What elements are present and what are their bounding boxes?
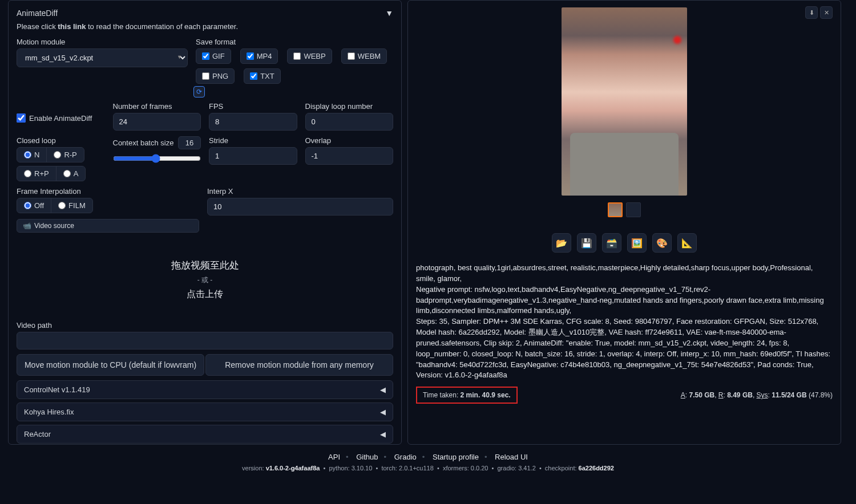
save-webm[interactable]: WEBM (341, 48, 387, 64)
frames-label: Number of frames (113, 102, 201, 111)
overlap-input[interactable] (305, 147, 394, 165)
batch-value: 16 (178, 136, 201, 149)
version-info: version: v1.6.0-2-g4afaaf8a • python: 3.… (0, 465, 856, 472)
time-taken: Time taken: 2 min. 40.9 sec. (416, 387, 518, 404)
loop-label: Display loop number (305, 102, 394, 111)
closed-rp[interactable]: R-P (47, 148, 83, 162)
negative-prompt-text: Negative prompt: nsfw,logo,text,badhandv… (416, 284, 833, 317)
palette-icon[interactable]: 🎨 (652, 233, 672, 253)
save-webp[interactable]: WEBP (287, 48, 332, 64)
closed-loop-group: N R-P (17, 147, 84, 162)
drop-text-or: - 或 - (17, 275, 393, 285)
video-source-button[interactable]: 📹 Video source (17, 219, 199, 233)
download-icon[interactable]: ⬇ (805, 6, 818, 19)
folder-icon[interactable]: 📂 (552, 233, 571, 253)
motion-module-select[interactable]: mm_sd_v15_v2.ckpt (17, 48, 188, 67)
generation-meta: Steps: 35, Sampler: DPM++ 3M SDE Karras,… (416, 316, 833, 381)
panel-title: AnimateDiff (17, 9, 58, 18)
reload-link[interactable]: Reload UI (495, 453, 528, 461)
zip-icon[interactable]: 🗃️ (602, 233, 621, 253)
output-image[interactable] (562, 7, 687, 196)
fps-label: FPS (209, 102, 297, 111)
closed-loop-group-2: R+P A (17, 166, 86, 181)
prompt-text: photograph, best quality,1girl,absurdres… (416, 263, 833, 284)
interp-off[interactable]: Off (17, 198, 51, 213)
close-icon[interactable]: ✕ (820, 6, 833, 19)
github-link[interactable]: Github (356, 453, 378, 461)
startup-link[interactable]: Startup profile (433, 453, 479, 461)
loop-input[interactable] (305, 113, 394, 131)
closed-loop-label: Closed loop (17, 136, 105, 145)
api-link[interactable]: API (328, 453, 340, 461)
move-to-cpu-button[interactable]: Move motion module to CPU (default if lo… (17, 354, 204, 376)
video-path-label: Video path (17, 321, 393, 330)
refresh-icon[interactable]: ⟳ (193, 86, 205, 97)
motion-module-label: Motion module (17, 38, 188, 46)
gradio-link[interactable]: Gradio (394, 453, 417, 461)
stride-label: Stride (209, 136, 297, 145)
interpx-input[interactable] (207, 198, 393, 216)
closed-n[interactable]: N (17, 148, 47, 162)
save-mp4[interactable]: MP4 (240, 48, 278, 64)
batch-label: Context batch size (113, 139, 174, 147)
doc-link-text: Please click this link to read the docum… (17, 22, 393, 31)
save-format-label: Save format (196, 38, 393, 46)
video-path-input[interactable] (17, 332, 393, 349)
kohya-accordion[interactable]: Kohya Hires.fix◀ (17, 403, 393, 421)
interp-film[interactable]: FILM (51, 198, 92, 213)
memory-stats: A: 7.50 GB, R: 8.49 GB, Sys: 11.5/24 GB … (681, 391, 833, 399)
enable-animatediff-checkbox[interactable] (17, 113, 26, 123)
frames-input[interactable] (113, 113, 201, 131)
stride-input[interactable] (209, 147, 297, 165)
thumbnail-2[interactable] (626, 202, 641, 217)
save-gif[interactable]: GIF (196, 48, 231, 64)
expand-icon: ◀ (380, 430, 386, 438)
reactor-accordion[interactable]: ReActor◀ (17, 425, 393, 444)
drop-text-click: 点击上传 (17, 288, 393, 300)
thumbnail-1[interactable] (608, 202, 623, 217)
overlap-label: Overlap (305, 136, 394, 145)
fps-input[interactable] (209, 113, 297, 131)
controlnet-accordion[interactable]: ControlNet v1.1.419◀ (17, 380, 393, 399)
interpx-label: Interp X (207, 187, 393, 196)
closed-a[interactable]: A (56, 166, 86, 181)
enable-label: Enable AnimateDiff (29, 114, 92, 123)
closed-rpp[interactable]: R+P (17, 166, 56, 181)
save-txt[interactable]: TXT (244, 68, 281, 84)
image-icon[interactable]: 🖼️ (627, 233, 647, 253)
interp-group: Off FILM (17, 198, 93, 213)
save-icon[interactable]: 💾 (577, 233, 596, 253)
expand-icon: ◀ (380, 385, 386, 394)
expand-icon: ◀ (380, 408, 386, 416)
animatediff-header[interactable]: AnimateDiff ▼ (17, 6, 393, 22)
video-drop-zone[interactable]: 拖放视频至此处 - 或 - 点击上传 (17, 238, 393, 321)
save-png[interactable]: PNG (196, 68, 235, 84)
batch-slider[interactable] (113, 154, 201, 163)
remove-module-button[interactable]: Remove motion module from any memory (205, 354, 393, 376)
doc-link[interactable]: this link (58, 22, 86, 31)
collapse-icon[interactable]: ▼ (385, 9, 393, 18)
drop-text-main: 拖放视频至此处 (17, 259, 393, 272)
interp-label: Frame Interpolation (17, 187, 199, 196)
ruler-icon[interactable]: 📐 (677, 233, 697, 253)
